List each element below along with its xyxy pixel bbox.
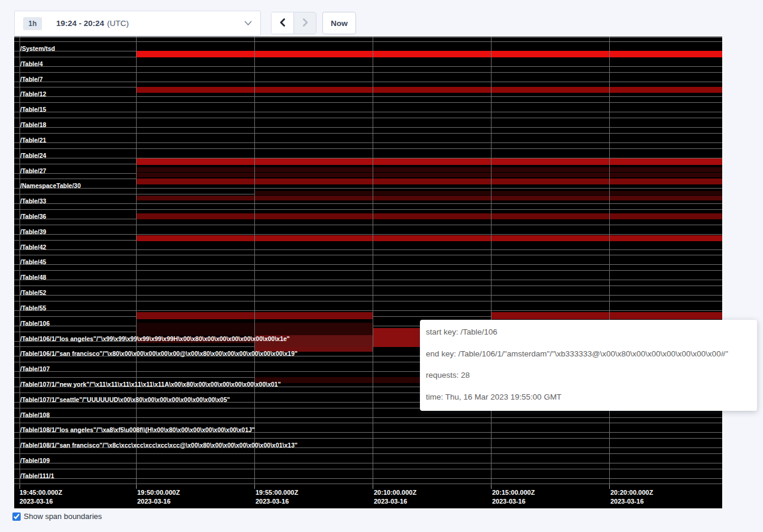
span-boundary-line xyxy=(14,142,722,143)
axis-tick xyxy=(373,485,373,489)
span-boundaries-label: Show span boundaries xyxy=(24,512,102,521)
time-axis-label: 20:10:00.000Z2023-03-16 xyxy=(374,488,416,506)
tooltip-time: time: Thu, 16 Mar 2023 19:55:00 GMT xyxy=(426,392,751,403)
span-boundary-line xyxy=(14,133,722,134)
time-bucket-line xyxy=(373,37,373,485)
span-key-label: /Table/45 xyxy=(20,258,46,266)
span-boundary-line xyxy=(14,280,722,280)
span-key-label: /Table/12 xyxy=(20,90,46,98)
time-nav-group xyxy=(271,12,316,34)
span-boundary-line xyxy=(14,234,722,235)
timezone-label: (UTC) xyxy=(107,19,129,28)
span-boundary-line xyxy=(14,72,722,73)
heatmap-band[interactable] xyxy=(136,167,722,172)
span-key-label: /Table/106 xyxy=(20,320,50,327)
span-boundary-line xyxy=(14,148,722,149)
span-key-label: /Table/4 xyxy=(20,60,43,68)
heatmap-band[interactable] xyxy=(254,323,373,336)
span-boundary-line xyxy=(14,310,722,311)
time-axis-label: 19:50:00.000Z2023-03-16 xyxy=(137,488,180,506)
span-key-label: /Table/55 xyxy=(20,304,46,312)
next-range-button[interactable] xyxy=(293,12,316,34)
span-boundary-line xyxy=(14,423,722,423)
time-axis-label: 19:55:00.000Z2023-03-16 xyxy=(256,488,298,506)
heatmap-band[interactable] xyxy=(254,191,722,195)
heatmap-band[interactable] xyxy=(136,179,722,184)
span-boundary-line xyxy=(14,96,722,97)
heatmap-band[interactable] xyxy=(136,196,722,200)
span-boundary-line xyxy=(14,82,722,82)
time-bucket-line xyxy=(136,37,137,485)
heatmap-band[interactable] xyxy=(136,87,722,93)
span-key-label: /Table/106/1/"san francisco"/"\x80\x00\x… xyxy=(20,350,298,358)
now-button[interactable]: Now xyxy=(322,12,356,34)
span-key-label: /NamespaceTable/30 xyxy=(20,182,81,190)
span-boundary-line xyxy=(14,66,722,67)
span-key-label: /Table/108 xyxy=(20,411,50,419)
chevron-down-icon xyxy=(244,21,252,26)
span-key-label: /Table/107/1/"new york"/"\x11\x11\x11\x1… xyxy=(20,381,281,388)
span-boundary-line xyxy=(14,37,722,38)
heatmap-band[interactable] xyxy=(373,328,420,347)
time-range-select[interactable]: 1h 19:24 - 20:24(UTC) xyxy=(14,11,261,36)
heatmap-band[interactable] xyxy=(136,51,722,57)
heatmap-band[interactable] xyxy=(136,213,722,219)
time-range-value: 19:24 - 20:24 xyxy=(56,19,104,28)
prev-range-button[interactable] xyxy=(271,12,293,34)
tooltip-start-key: start key: /Table/106 xyxy=(426,327,751,338)
span-boundary-line xyxy=(14,301,722,301)
time-bucket-line xyxy=(609,37,610,485)
span-boundary-line xyxy=(14,225,722,225)
span-key-label: /Table/18 xyxy=(20,121,46,129)
span-key-label: /Table/27 xyxy=(20,167,46,175)
span-boundary-line xyxy=(14,484,722,484)
span-boundary-line xyxy=(14,264,722,265)
heatmap-band[interactable] xyxy=(136,158,722,165)
span-key-label: /Table/36 xyxy=(20,213,46,220)
axis-tick xyxy=(136,485,137,489)
time-axis-label: 19:45:00.000Z2023-03-16 xyxy=(20,488,62,506)
span-boundary-line xyxy=(14,41,722,42)
span-key-label: /Table/39 xyxy=(20,228,46,236)
heatmap-band[interactable] xyxy=(491,312,722,319)
heatmap-band[interactable] xyxy=(136,173,722,177)
span-key-label: /Table/33 xyxy=(20,197,46,205)
heatmap-band[interactable] xyxy=(136,235,722,241)
span-boundary-line xyxy=(14,453,722,454)
span-boundary-line xyxy=(14,102,722,103)
span-boundaries-toggle[interactable]: Show span boundaries xyxy=(12,512,102,521)
span-boundary-line xyxy=(14,417,722,418)
time-range-label: 19:24 - 20:24(UTC) xyxy=(56,19,129,28)
hover-tooltip: start key: /Table/106 end key: /Table/10… xyxy=(420,320,757,411)
span-boundary-line xyxy=(14,249,722,250)
span-key-label: /Table/42 xyxy=(20,244,46,251)
span-key-label: /Table/107 xyxy=(20,365,50,373)
span-key-label: /Table/15 xyxy=(20,106,46,113)
chevron-right-icon xyxy=(301,18,309,29)
span-boundary-line xyxy=(14,118,722,118)
axis-tick xyxy=(609,485,610,489)
span-key-label: /Table/48 xyxy=(20,274,46,281)
span-key-label: /Table/21 xyxy=(20,137,46,144)
span-boundary-line xyxy=(14,478,722,479)
span-boundary-line xyxy=(14,295,722,296)
span-boundary-line xyxy=(14,469,722,469)
span-key-label: /Table/109 xyxy=(20,457,50,465)
span-key-label: /Table/106/1/"los angeles"/"\x99\x99\x99… xyxy=(20,335,290,343)
heatmap-band[interactable] xyxy=(136,323,254,336)
time-axis-label: 20:20:00.000Z2023-03-16 xyxy=(610,488,653,506)
span-boundary-line xyxy=(14,255,722,255)
span-key-label: /Table/111/1 xyxy=(20,472,54,480)
span-boundary-line xyxy=(14,127,722,128)
span-boundary-line xyxy=(14,203,722,204)
span-key-label: /Table/7 xyxy=(20,76,43,83)
span-boundary-line xyxy=(14,209,722,210)
span-boundaries-checkbox[interactable] xyxy=(12,512,21,521)
span-boundary-line xyxy=(14,270,722,271)
span-boundary-line xyxy=(14,438,722,439)
tooltip-end-key: end key: /Table/106/1/"amsterdam"/"\xb33… xyxy=(426,349,751,359)
key-visualizer[interactable]: /System/tsd/Table/4/Table/7/Table/12/Tab… xyxy=(14,37,722,508)
axis-tick xyxy=(491,485,492,489)
chevron-left-icon xyxy=(279,18,287,29)
span-key-label: /Table/24 xyxy=(20,152,46,160)
